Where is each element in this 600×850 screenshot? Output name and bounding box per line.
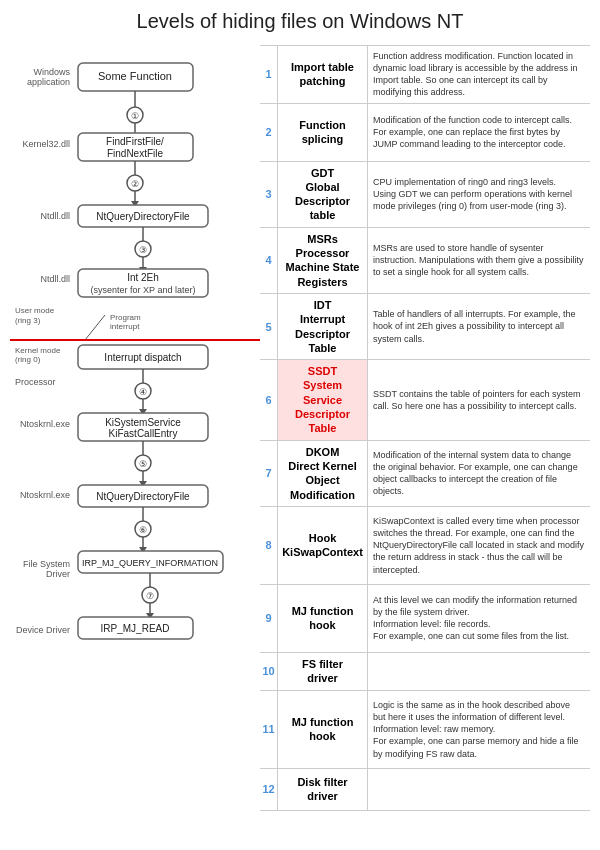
svg-text:FindFirstFile/: FindFirstFile/ bbox=[106, 136, 164, 147]
svg-text:NtQueryDirectoryFile: NtQueryDirectoryFile bbox=[96, 491, 190, 502]
svg-text:⑥: ⑥ bbox=[139, 525, 147, 535]
row-label-12: Disk filterdriver bbox=[278, 769, 368, 810]
row-label-8: HookKiSwapContext bbox=[278, 507, 368, 584]
svg-text:Some Function: Some Function bbox=[98, 70, 172, 82]
right-row-2: 2FunctionsplicingModification of the fun… bbox=[260, 104, 590, 162]
svg-text:Ntoskrnl.exe: Ntoskrnl.exe bbox=[20, 490, 70, 500]
svg-text:⑦: ⑦ bbox=[146, 591, 154, 601]
row-label-2: Functionsplicing bbox=[278, 104, 368, 161]
row-num-12: 12 bbox=[260, 769, 278, 810]
row-label-7: DKOMDirect Kernel Object Modification bbox=[278, 441, 368, 506]
row-num-8: 8 bbox=[260, 507, 278, 584]
svg-text:Kernel32.dll: Kernel32.dll bbox=[22, 139, 70, 149]
svg-text:IRP_MJ_QUERY_INFORMATION: IRP_MJ_QUERY_INFORMATION bbox=[82, 558, 218, 568]
row-num-5: 5 bbox=[260, 294, 278, 359]
svg-text:Device Driver: Device Driver bbox=[16, 625, 70, 635]
left-flowchart: Windows application Some Function ① Kern… bbox=[10, 45, 260, 850]
svg-text:②: ② bbox=[131, 179, 139, 189]
svg-text:Ntoskrnl.exe: Ntoskrnl.exe bbox=[20, 419, 70, 429]
svg-text:NtQueryDirectoryFile: NtQueryDirectoryFile bbox=[96, 211, 190, 222]
svg-text:Ntdll.dll: Ntdll.dll bbox=[40, 274, 70, 284]
svg-text:Processor: Processor bbox=[15, 377, 56, 387]
row-desc-12 bbox=[368, 769, 590, 810]
svg-text:IRP_MJ_READ: IRP_MJ_READ bbox=[101, 623, 170, 634]
svg-text:User mode: User mode bbox=[15, 306, 55, 315]
row-label-11: MJ functionhook bbox=[278, 691, 368, 768]
svg-text:Int 2Eh: Int 2Eh bbox=[127, 272, 159, 283]
row-desc-9: At this level we can modify the informat… bbox=[368, 585, 590, 652]
row-label-6: SSDTSystem Service Descriptor Table bbox=[278, 360, 368, 439]
svg-text:①: ① bbox=[131, 111, 139, 121]
right-row-6: 6SSDTSystem Service Descriptor TableSSDT… bbox=[260, 360, 590, 440]
svg-text:④: ④ bbox=[139, 387, 147, 397]
right-row-3: 3GDTGlobal DescriptortableCPU implementa… bbox=[260, 162, 590, 228]
svg-text:KiSystemService: KiSystemService bbox=[105, 417, 181, 428]
row-desc-3: CPU implementation of ring0 and ring3 le… bbox=[368, 162, 590, 227]
svg-text:File System: File System bbox=[23, 559, 70, 569]
row-desc-4: MSRs are used to store handle of sysente… bbox=[368, 228, 590, 293]
row-num-4: 4 bbox=[260, 228, 278, 293]
row-label-3: GDTGlobal Descriptortable bbox=[278, 162, 368, 227]
svg-text:③: ③ bbox=[139, 245, 147, 255]
right-row-10: 10FS filterdriver bbox=[260, 653, 590, 691]
right-row-12: 12Disk filterdriver bbox=[260, 769, 590, 811]
page: Levels of hiding files on Windows NT Win… bbox=[0, 0, 600, 850]
content-area: Windows application Some Function ① Kern… bbox=[10, 45, 590, 850]
row-label-5: IDTInterrupt Descriptor Table bbox=[278, 294, 368, 359]
svg-text:Interrupt dispatch: Interrupt dispatch bbox=[104, 352, 181, 363]
svg-text:(ring 3): (ring 3) bbox=[15, 316, 41, 325]
row-num-3: 3 bbox=[260, 162, 278, 227]
row-desc-5: Table of handlers of all interrupts. For… bbox=[368, 294, 590, 359]
svg-text:FindNextFile: FindNextFile bbox=[107, 148, 164, 159]
right-row-11: 11MJ functionhookLogic is the same as in… bbox=[260, 691, 590, 769]
row-num-7: 7 bbox=[260, 441, 278, 506]
row-desc-11: Logic is the same as in the hook describ… bbox=[368, 691, 590, 768]
row-desc-7: Modification of the internal system data… bbox=[368, 441, 590, 506]
svg-text:⑤: ⑤ bbox=[139, 459, 147, 469]
row-num-2: 2 bbox=[260, 104, 278, 161]
svg-text:KiFastCallEntry: KiFastCallEntry bbox=[109, 428, 178, 439]
row-desc-10 bbox=[368, 653, 590, 690]
row-label-10: FS filterdriver bbox=[278, 653, 368, 690]
right-row-4: 4MSRsProcessor Machine State RegistersMS… bbox=[260, 228, 590, 294]
row-desc-8: KiSwapContext is called every time when … bbox=[368, 507, 590, 584]
svg-text:Kernel mode: Kernel mode bbox=[15, 346, 61, 355]
row-desc-6: SSDT contains the table of pointers for … bbox=[368, 360, 590, 439]
svg-text:Program: Program bbox=[110, 313, 141, 322]
page-title: Levels of hiding files on Windows NT bbox=[10, 10, 590, 33]
row-num-6: 6 bbox=[260, 360, 278, 439]
right-panel: 1Import tablepatchingFunction address mo… bbox=[260, 45, 590, 850]
svg-line-34 bbox=[85, 315, 105, 340]
svg-text:Windows: Windows bbox=[33, 67, 70, 77]
right-row-7: 7DKOMDirect Kernel Object ModificationMo… bbox=[260, 441, 590, 507]
right-row-9: 9MJ functionhookAt this level we can mod… bbox=[260, 585, 590, 653]
row-num-10: 10 bbox=[260, 653, 278, 690]
row-num-9: 9 bbox=[260, 585, 278, 652]
flow-diagram: Windows application Some Function ① Kern… bbox=[10, 45, 260, 850]
svg-text:Driver: Driver bbox=[46, 569, 70, 579]
svg-text:application: application bbox=[27, 77, 70, 87]
right-row-1: 1Import tablepatchingFunction address mo… bbox=[260, 45, 590, 104]
right-row-5: 5IDTInterrupt Descriptor TableTable of h… bbox=[260, 294, 590, 360]
svg-text:Ntdll.dll: Ntdll.dll bbox=[40, 211, 70, 221]
row-label-1: Import tablepatching bbox=[278, 46, 368, 103]
svg-text:(sysenter for XP and later): (sysenter for XP and later) bbox=[91, 285, 196, 295]
right-row-8: 8HookKiSwapContextKiSwapContext is calle… bbox=[260, 507, 590, 585]
row-num-1: 1 bbox=[260, 46, 278, 103]
row-label-9: MJ functionhook bbox=[278, 585, 368, 652]
row-num-11: 11 bbox=[260, 691, 278, 768]
row-desc-2: Modification of the function code to int… bbox=[368, 104, 590, 161]
row-label-4: MSRsProcessor Machine State Registers bbox=[278, 228, 368, 293]
row-desc-1: Function address modification. Function … bbox=[368, 46, 590, 103]
svg-text:(ring 0): (ring 0) bbox=[15, 355, 41, 364]
svg-text:interrupt: interrupt bbox=[110, 322, 140, 331]
